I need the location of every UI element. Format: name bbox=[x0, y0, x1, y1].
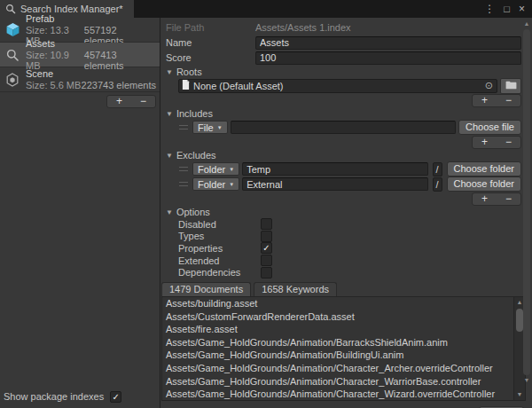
sidebar-spacer bbox=[0, 108, 160, 385]
root-folder-button[interactable] bbox=[500, 78, 521, 94]
exclude-row: Folder ▼ / Choose folder bbox=[160, 161, 521, 177]
option-row-extended: Extended bbox=[160, 255, 521, 267]
index-inspector-panel: File Path Assets/Assets 1.index Name Sco… bbox=[160, 18, 532, 408]
option-label: Extended bbox=[178, 255, 261, 266]
choose-folder-button[interactable]: Choose folder bbox=[447, 161, 522, 177]
name-field[interactable] bbox=[255, 36, 521, 50]
remove-include-button[interactable]: − bbox=[497, 137, 520, 148]
show-package-indexes-checkbox[interactable]: ✓ bbox=[110, 391, 121, 403]
document-row[interactable]: Assets/CustomForwardRendererData.asset bbox=[162, 310, 513, 324]
includes-foldout[interactable]: ▼ Includes bbox=[160, 107, 521, 120]
path-separator: / bbox=[433, 162, 442, 177]
remove-index-button[interactable]: − bbox=[131, 96, 155, 107]
document-row[interactable]: Assets/fire.asset bbox=[162, 323, 513, 336]
roots-label: Roots bbox=[176, 67, 202, 77]
index-size: Size: 5.6 MB bbox=[26, 80, 81, 90]
add-exclude-button[interactable]: + bbox=[473, 193, 497, 205]
index-list-sidebar: Prefab Size: 13.3 MB 557192 elements Ass… bbox=[0, 18, 160, 408]
remove-root-button[interactable]: − bbox=[497, 95, 520, 106]
types-checkbox[interactable] bbox=[261, 231, 272, 242]
maximize-icon[interactable]: □ bbox=[504, 0, 510, 18]
dropdown-arrow-icon: ▼ bbox=[229, 167, 234, 172]
include-type-dropdown[interactable]: File ▼ bbox=[192, 121, 228, 134]
document-row[interactable]: Assets/Game_HoldGrounds/Animation/Charac… bbox=[162, 388, 513, 400]
window-controls: ⋮ □ × bbox=[484, 0, 532, 18]
option-row-dependencies: Dependencies bbox=[160, 266, 521, 279]
document-list: Assets/building.asset Assets/CustomForwa… bbox=[161, 296, 526, 401]
tab-keywords[interactable]: 1658 Keywords bbox=[254, 282, 337, 296]
excludes-add-remove-group: + − bbox=[472, 192, 521, 206]
extended-checkbox[interactable] bbox=[261, 255, 272, 266]
sidebar-add-remove-row: + − bbox=[0, 92, 160, 108]
index-item-assets[interactable]: Assets Size: 10.9 MB 457413 elements bbox=[0, 43, 160, 67]
result-tabs: 1479 Documents 1658 Keywords bbox=[161, 282, 521, 296]
includes-label: Includes bbox=[176, 108, 213, 119]
score-label: Score bbox=[166, 52, 255, 63]
drag-handle-icon[interactable] bbox=[179, 182, 188, 186]
document-row[interactable]: Assets/Game_HoldGrounds/Animation/Charac… bbox=[162, 375, 513, 388]
includes-add-remove-row: + − bbox=[160, 135, 521, 148]
document-row[interactable]: Assets/Game_HoldGrounds/Animation/Buildi… bbox=[162, 349, 513, 362]
file-path-label: File Path bbox=[166, 22, 255, 33]
root-object-value: None (Default Asset) bbox=[193, 81, 481, 91]
choose-folder-button[interactable]: Choose folder bbox=[447, 177, 522, 192]
index-name: Assets bbox=[26, 38, 156, 50]
drag-handle-icon[interactable] bbox=[179, 125, 188, 129]
name-row: Name bbox=[160, 35, 521, 50]
drag-handle-icon[interactable] bbox=[179, 167, 188, 171]
document-row[interactable]: Assets/Game_HoldGrounds/Animation/Charac… bbox=[162, 362, 513, 375]
menu-icon[interactable]: ⋮ bbox=[484, 0, 495, 18]
path-separator: / bbox=[433, 177, 442, 192]
roots-object-row: None (Default Asset) ⊙ bbox=[160, 78, 521, 93]
excludes-foldout[interactable]: ▼ Excludes bbox=[160, 149, 521, 161]
index-item-scene[interactable]: Scene Size: 5.6 MB 223743 elements bbox=[0, 67, 160, 92]
score-field[interactable] bbox=[255, 51, 521, 65]
inspector-rows: File Path Assets/Assets 1.index Name Sco… bbox=[160, 20, 532, 296]
properties-checkbox[interactable]: ✓ bbox=[261, 242, 272, 254]
disabled-checkbox[interactable] bbox=[261, 218, 272, 230]
options-foldout[interactable]: ▼ Options bbox=[160, 206, 521, 218]
object-picker-icon[interactable]: ⊙ bbox=[485, 80, 493, 91]
index-name: Scene bbox=[26, 68, 156, 80]
exclude-type-dropdown[interactable]: Folder ▼ bbox=[192, 162, 239, 176]
scroll-down-icon[interactable]: ▼ bbox=[521, 376, 532, 385]
folder-icon bbox=[505, 81, 517, 91]
scroll-up-icon[interactable]: ▲ bbox=[521, 20, 532, 28]
dependencies-checkbox[interactable] bbox=[261, 267, 272, 279]
roots-foldout[interactable]: ▼ Roots bbox=[160, 66, 521, 78]
document-row[interactable]: Assets/building.asset bbox=[162, 297, 513, 310]
file-path-value: Assets/Assets 1.index bbox=[255, 22, 521, 33]
root-object-field[interactable]: None (Default Asset) ⊙ bbox=[178, 79, 497, 93]
choose-file-button[interactable]: Choose file bbox=[458, 120, 521, 135]
add-root-button[interactable]: + bbox=[473, 95, 497, 106]
add-index-button[interactable]: + bbox=[107, 96, 131, 107]
exclude-type-dropdown[interactable]: Folder ▼ bbox=[192, 177, 239, 191]
scroll-down-icon[interactable]: ▼ bbox=[514, 390, 525, 399]
include-row: File ▼ Choose file bbox=[160, 120, 521, 135]
exclude-path-field[interactable] bbox=[242, 177, 427, 191]
index-elements: 223743 elements bbox=[82, 80, 156, 90]
document-rows: Assets/building.asset Assets/CustomForwa… bbox=[162, 297, 513, 400]
add-include-button[interactable]: + bbox=[473, 137, 497, 148]
foldout-arrow-icon: ▼ bbox=[166, 151, 173, 159]
panel-scrollbar-thumb[interactable] bbox=[523, 29, 530, 375]
magnifier-icon bbox=[4, 48, 21, 62]
close-icon[interactable]: × bbox=[519, 0, 525, 18]
include-path-field[interactable] bbox=[231, 121, 456, 134]
option-label: Disabled bbox=[178, 219, 261, 230]
sidebar-add-remove-group: + − bbox=[106, 95, 156, 108]
option-label: Dependencies bbox=[178, 267, 261, 278]
remove-exclude-button[interactable]: − bbox=[497, 193, 520, 205]
tab-documents[interactable]: 1479 Documents bbox=[161, 282, 251, 296]
exclude-path-field[interactable] bbox=[242, 162, 427, 176]
document-row[interactable]: Assets/Game_HoldGrounds/Animation/Barrac… bbox=[162, 336, 513, 349]
exclude-type-value: Folder bbox=[198, 164, 225, 175]
name-label: Name bbox=[166, 37, 255, 48]
unity-logo-icon bbox=[4, 73, 21, 87]
option-row-disabled: Disabled bbox=[160, 218, 521, 231]
index-item-text: Assets Size: 10.9 MB 457413 elements bbox=[26, 38, 160, 71]
panel-scrollbar[interactable]: ▲ ▼ bbox=[521, 20, 532, 385]
index-name: Prefab bbox=[26, 13, 156, 25]
main-content: Prefab Size: 13.3 MB 557192 elements Ass… bbox=[0, 18, 532, 408]
tabbar-spacer bbox=[134, 0, 485, 18]
